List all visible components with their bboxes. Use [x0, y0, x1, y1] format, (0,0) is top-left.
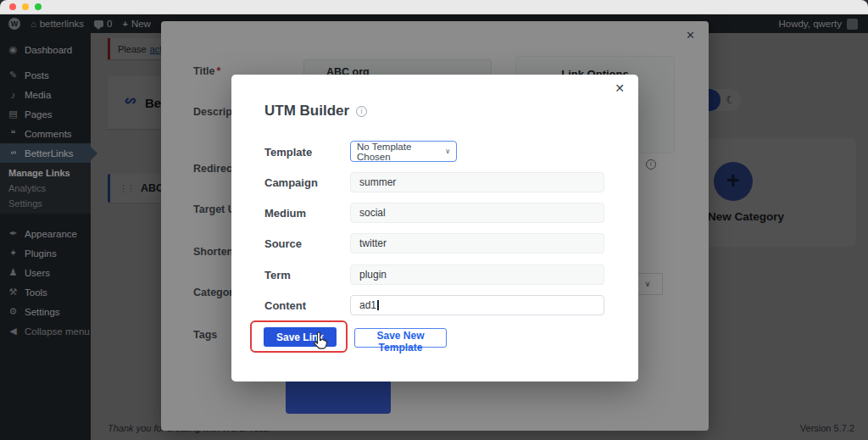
template-value: No Template Chosen: [357, 142, 440, 162]
template-label: Template: [264, 146, 312, 159]
medium-input[interactable]: social: [350, 203, 604, 223]
campaign-label: Campaign: [264, 176, 318, 189]
content-label: Content: [264, 299, 306, 312]
template-select[interactable]: No Template Chosen ∨: [350, 141, 457, 162]
save-new-template-button[interactable]: Save New Template: [354, 328, 447, 348]
campaign-input[interactable]: summer: [350, 172, 604, 192]
source-input[interactable]: twitter: [350, 233, 604, 253]
app-window: W ⌂ betterlinks 0 + New Howdy, qwerty ◉D…: [0, 0, 868, 440]
source-label: Source: [264, 237, 302, 250]
text-caret: [377, 300, 379, 310]
close-icon[interactable]: ✕: [615, 81, 625, 95]
chevron-down-icon: ∨: [445, 148, 450, 155]
macos-minimize-button[interactable]: [22, 3, 29, 10]
cursor-pointer-icon: [311, 331, 328, 356]
macos-titlebar: [0, 0, 868, 14]
macos-close-button[interactable]: [9, 3, 16, 10]
term-label: Term: [264, 269, 291, 281]
macos-zoom-button[interactable]: [35, 3, 42, 10]
content-input[interactable]: ad1: [350, 295, 604, 315]
utm-builder-modal: ✕ UTM Builder i Template No Template Cho…: [231, 75, 638, 382]
info-icon: i: [356, 106, 367, 117]
term-input[interactable]: plugin: [350, 265, 604, 285]
medium-label: Medium: [264, 207, 306, 220]
utm-builder-title: UTM Builder: [264, 103, 349, 120]
